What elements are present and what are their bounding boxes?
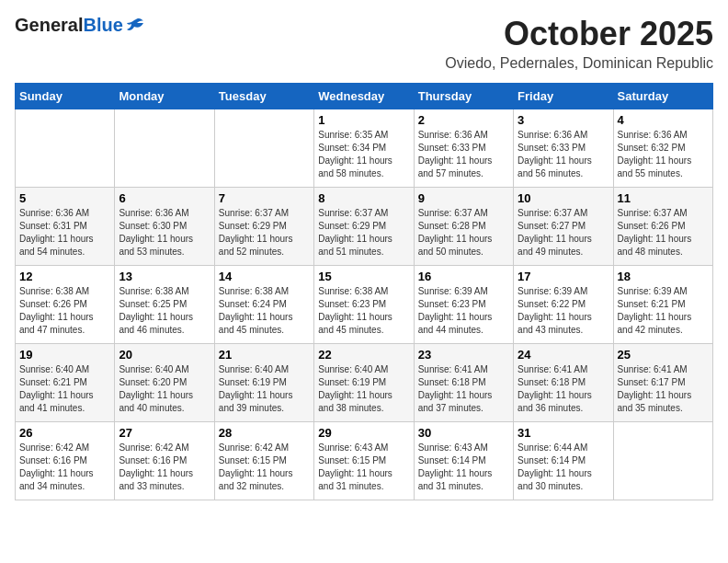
table-row: 31Sunrise: 6:44 AMSunset: 6:14 PMDayligh… — [514, 422, 613, 500]
table-row: 17Sunrise: 6:39 AMSunset: 6:22 PMDayligh… — [514, 266, 613, 344]
col-wednesday: Wednesday — [314, 84, 414, 109]
table-row: 14Sunrise: 6:38 AMSunset: 6:24 PMDayligh… — [214, 266, 313, 344]
day-number: 28 — [219, 426, 310, 440]
table-row: 10Sunrise: 6:37 AMSunset: 6:27 PMDayligh… — [514, 188, 613, 266]
table-row: 23Sunrise: 6:41 AMSunset: 6:18 PMDayligh… — [414, 344, 513, 422]
day-info: Sunrise: 6:38 AMSunset: 6:23 PMDaylight:… — [318, 285, 409, 337]
day-info: Sunrise: 6:43 AMSunset: 6:14 PMDaylight:… — [418, 442, 509, 493]
day-number: 11 — [618, 191, 709, 205]
day-info: Sunrise: 6:36 AMSunset: 6:32 PMDaylight:… — [618, 129, 709, 180]
day-info: Sunrise: 6:36 AMSunset: 6:33 PMDaylight:… — [418, 129, 509, 180]
logo-general-text: General — [15, 15, 83, 36]
day-number: 16 — [418, 270, 509, 283]
day-number: 31 — [518, 426, 609, 440]
day-number: 9 — [418, 191, 509, 205]
day-info: Sunrise: 6:41 AMSunset: 6:17 PMDaylight:… — [618, 363, 709, 415]
calendar-week-row: 1Sunrise: 6:35 AMSunset: 6:34 PMDaylight… — [16, 109, 713, 188]
table-row: 21Sunrise: 6:40 AMSunset: 6:19 PMDayligh… — [214, 344, 313, 422]
day-number: 3 — [518, 113, 609, 127]
table-row: 30Sunrise: 6:43 AMSunset: 6:14 PMDayligh… — [414, 422, 513, 500]
col-sunday: Sunday — [16, 84, 115, 109]
day-number: 6 — [119, 191, 210, 205]
day-number: 5 — [19, 191, 110, 205]
logo: General Blue — [15, 15, 145, 36]
day-number: 12 — [19, 270, 110, 283]
day-info: Sunrise: 6:40 AMSunset: 6:20 PMDaylight:… — [119, 363, 210, 415]
header: General Blue October 2025 Oviedo, Pedern… — [15, 15, 713, 72]
table-row: 16Sunrise: 6:39 AMSunset: 6:23 PMDayligh… — [414, 266, 513, 344]
table-row: 22Sunrise: 6:40 AMSunset: 6:19 PMDayligh… — [314, 344, 414, 422]
day-number: 23 — [418, 348, 509, 362]
day-number: 26 — [19, 426, 110, 440]
day-number: 2 — [418, 113, 509, 127]
calendar-week-row: 19Sunrise: 6:40 AMSunset: 6:21 PMDayligh… — [16, 344, 713, 422]
day-number: 27 — [119, 426, 210, 440]
table-row: 28Sunrise: 6:42 AMSunset: 6:15 PMDayligh… — [214, 422, 313, 500]
table-row — [16, 109, 115, 188]
day-info: Sunrise: 6:39 AMSunset: 6:21 PMDaylight:… — [618, 285, 709, 337]
day-number: 13 — [119, 270, 210, 283]
table-row: 8Sunrise: 6:37 AMSunset: 6:29 PMDaylight… — [314, 188, 414, 266]
table-row: 2Sunrise: 6:36 AMSunset: 6:33 PMDaylight… — [414, 109, 513, 188]
table-row: 12Sunrise: 6:38 AMSunset: 6:26 PMDayligh… — [16, 266, 115, 344]
table-row: 4Sunrise: 6:36 AMSunset: 6:32 PMDaylight… — [613, 109, 712, 188]
table-row: 25Sunrise: 6:41 AMSunset: 6:17 PMDayligh… — [613, 344, 712, 422]
day-info: Sunrise: 6:36 AMSunset: 6:30 PMDaylight:… — [119, 207, 210, 259]
page-container: General Blue October 2025 Oviedo, Pedern… — [15, 15, 713, 500]
table-row: 7Sunrise: 6:37 AMSunset: 6:29 PMDaylight… — [214, 188, 313, 266]
table-row: 26Sunrise: 6:42 AMSunset: 6:16 PMDayligh… — [16, 422, 115, 500]
table-row — [613, 422, 712, 500]
calendar-subtitle: Oviedo, Pedernales, Dominican Republic — [445, 55, 713, 72]
table-row: 6Sunrise: 6:36 AMSunset: 6:30 PMDaylight… — [115, 188, 214, 266]
day-number: 20 — [119, 348, 210, 362]
calendar-title: October 2025 — [445, 15, 713, 53]
day-info: Sunrise: 6:44 AMSunset: 6:14 PMDaylight:… — [518, 442, 609, 493]
table-row: 5Sunrise: 6:36 AMSunset: 6:31 PMDaylight… — [16, 188, 115, 266]
day-info: Sunrise: 6:38 AMSunset: 6:25 PMDaylight:… — [119, 285, 210, 337]
day-info: Sunrise: 6:43 AMSunset: 6:15 PMDaylight:… — [318, 442, 409, 493]
table-row — [115, 109, 214, 188]
day-number: 29 — [318, 426, 409, 440]
table-row: 9Sunrise: 6:37 AMSunset: 6:28 PMDaylight… — [414, 188, 513, 266]
day-info: Sunrise: 6:36 AMSunset: 6:31 PMDaylight:… — [19, 207, 110, 259]
title-section: October 2025 Oviedo, Pedernales, Dominic… — [445, 15, 713, 72]
table-row: 20Sunrise: 6:40 AMSunset: 6:20 PMDayligh… — [115, 344, 214, 422]
day-info: Sunrise: 6:40 AMSunset: 6:19 PMDaylight:… — [318, 363, 409, 415]
day-info: Sunrise: 6:37 AMSunset: 6:29 PMDaylight:… — [318, 207, 409, 259]
day-info: Sunrise: 6:40 AMSunset: 6:19 PMDaylight:… — [219, 363, 310, 415]
calendar-week-row: 5Sunrise: 6:36 AMSunset: 6:31 PMDaylight… — [16, 188, 713, 266]
day-info: Sunrise: 6:42 AMSunset: 6:15 PMDaylight:… — [219, 442, 310, 493]
day-number: 25 — [618, 348, 709, 362]
table-row: 29Sunrise: 6:43 AMSunset: 6:15 PMDayligh… — [314, 422, 414, 500]
day-number: 7 — [219, 191, 310, 205]
logo-bird-icon — [125, 16, 145, 36]
table-row: 11Sunrise: 6:37 AMSunset: 6:26 PMDayligh… — [613, 188, 712, 266]
day-info: Sunrise: 6:41 AMSunset: 6:18 PMDaylight:… — [418, 363, 509, 415]
day-info: Sunrise: 6:39 AMSunset: 6:22 PMDaylight:… — [518, 285, 609, 337]
day-number: 18 — [618, 270, 709, 283]
day-info: Sunrise: 6:42 AMSunset: 6:16 PMDaylight:… — [119, 442, 210, 493]
table-row: 15Sunrise: 6:38 AMSunset: 6:23 PMDayligh… — [314, 266, 414, 344]
day-info: Sunrise: 6:37 AMSunset: 6:28 PMDaylight:… — [418, 207, 509, 259]
day-number: 19 — [19, 348, 110, 362]
logo-blue-text: Blue — [83, 15, 122, 36]
table-row: 1Sunrise: 6:35 AMSunset: 6:34 PMDaylight… — [314, 109, 414, 188]
day-number: 1 — [318, 113, 409, 127]
day-info: Sunrise: 6:37 AMSunset: 6:27 PMDaylight:… — [518, 207, 609, 259]
col-tuesday: Tuesday — [214, 84, 313, 109]
day-number: 21 — [219, 348, 310, 362]
table-row: 19Sunrise: 6:40 AMSunset: 6:21 PMDayligh… — [16, 344, 115, 422]
col-thursday: Thursday — [414, 84, 513, 109]
day-info: Sunrise: 6:42 AMSunset: 6:16 PMDaylight:… — [19, 442, 110, 493]
table-row — [214, 109, 313, 188]
day-info: Sunrise: 6:38 AMSunset: 6:24 PMDaylight:… — [219, 285, 310, 337]
day-number: 15 — [318, 270, 409, 283]
day-number: 17 — [518, 270, 609, 283]
day-number: 10 — [518, 191, 609, 205]
day-number: 30 — [418, 426, 509, 440]
calendar-week-row: 26Sunrise: 6:42 AMSunset: 6:16 PMDayligh… — [16, 422, 713, 500]
day-info: Sunrise: 6:37 AMSunset: 6:26 PMDaylight:… — [618, 207, 709, 259]
day-info: Sunrise: 6:35 AMSunset: 6:34 PMDaylight:… — [318, 129, 409, 180]
day-number: 14 — [219, 270, 310, 283]
table-row: 13Sunrise: 6:38 AMSunset: 6:25 PMDayligh… — [115, 266, 214, 344]
